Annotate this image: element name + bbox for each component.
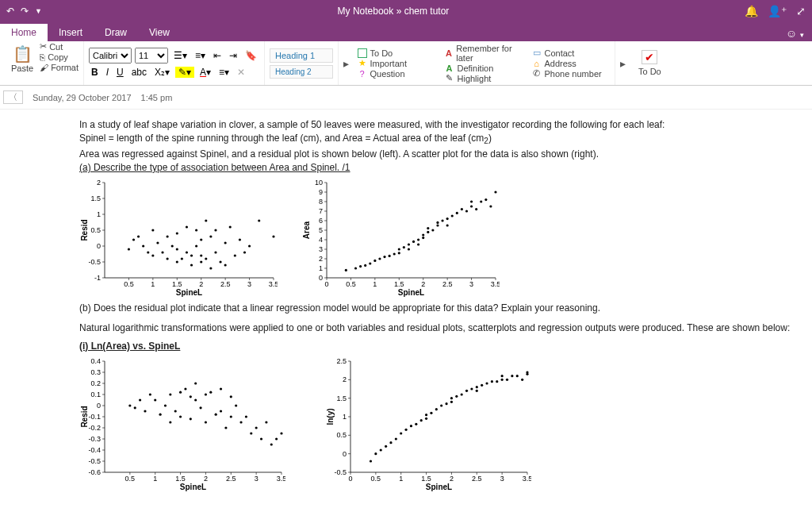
align-button[interactable]: ≡▾ [216,66,232,79]
svg-text:SpineL: SpineL [426,483,452,491]
italic-button[interactable]: I [104,66,111,79]
svg-point-284 [461,393,463,395]
svg-point-267 [385,445,387,448]
svg-point-201 [169,421,171,423]
svg-text:0: 0 [343,450,347,458]
page-content[interactable]: In a study of leaf shape variation in cl… [0,110,812,508]
clear-format-button[interactable]: ✕ [235,66,247,79]
title-bar: ↶ ↷ ▼ My Notebook » chem tutor 🔔 👤⁺ ⤢ [0,0,812,22]
svg-text:9: 9 [319,188,323,196]
svg-text:-0.4: -0.4 [88,446,101,454]
svg-point-56 [205,257,207,260]
share-icon[interactable]: 👤⁺ [768,5,787,17]
svg-text:2: 2 [343,375,347,383]
paste-icon[interactable]: 📋 [13,44,33,64]
svg-point-272 [410,425,412,427]
tag-phone[interactable]: ✆Phone number [532,69,611,79]
underline-button[interactable]: U [114,66,126,79]
svg-point-195 [144,410,146,412]
paste-button[interactable]: Paste [11,64,33,73]
page-time: 1:45 pm [141,93,173,102]
font-family-select[interactable]: Calibri [89,48,132,64]
svg-text:1: 1 [319,264,323,272]
cut-button[interactable]: ✂Cut [40,41,79,52]
strike-button[interactable]: abc [129,66,149,79]
svg-point-122 [393,252,396,255]
redo-icon[interactable]: ↷ [21,6,29,17]
svg-text:0.5: 0.5 [124,280,134,288]
numbering-button[interactable]: ≡▾ [193,49,208,62]
feedback-icon[interactable]: ☺ ▾ [778,25,812,41]
tag-todo[interactable]: To Do [358,48,437,58]
copy-button[interactable]: ⎘Copy [40,52,79,62]
svg-point-149 [485,198,487,201]
svg-point-202 [174,410,177,412]
tag-important[interactable]: ★Important [358,59,437,68]
svg-point-286 [470,387,473,390]
undo-icon[interactable]: ↶ [6,6,14,17]
outdent-button[interactable]: ⇤ [211,49,224,62]
svg-point-48 [190,254,193,256]
tag-question[interactable]: ?Question [358,69,437,79]
svg-point-127 [408,248,410,250]
svg-point-69 [258,219,260,221]
tag-highlight[interactable]: ✎Highlight [445,74,524,83]
tag-address[interactable]: ⌂Address [532,59,611,68]
svg-point-274 [420,419,423,421]
svg-point-276 [425,418,427,420]
svg-point-44 [176,260,178,263]
svg-text:-0.6: -0.6 [88,468,101,476]
tag-bookmark-button[interactable]: 🔖 [243,49,259,62]
highlight-button[interactable]: ✎▾ [175,67,194,78]
svg-text:0.5: 0.5 [90,226,101,234]
subscript-button[interactable]: X₂▾ [152,66,172,79]
svg-text:3: 3 [500,475,504,483]
qat-dropdown-icon[interactable]: ▼ [35,7,42,15]
tags-expand-button[interactable]: ▸ [615,41,630,85]
tab-home[interactable]: Home [0,24,48,41]
heading2-style[interactable]: Heading 2 [270,65,333,79]
todo-button[interactable]: To Do [638,67,661,76]
back-button[interactable]: 〈 [3,90,23,104]
tags-gallery: To Do ★Important ?Question ARemember for… [354,41,615,85]
svg-point-214 [215,413,217,415]
bell-icon[interactable]: 🔔 [745,5,758,17]
svg-point-223 [250,432,252,434]
svg-point-192 [128,404,131,406]
font-color-button[interactable]: A▾ [197,66,213,79]
svg-text:-0.2: -0.2 [88,424,101,432]
sub-heading: (i) Ln(Area) vs. SpineL [79,341,796,352]
tag-contact[interactable]: ▭Contact [532,48,611,58]
svg-text:0.4: 0.4 [90,357,101,365]
svg-text:Resid: Resid [80,406,89,427]
svg-point-139 [446,217,449,220]
tab-insert[interactable]: Insert [48,24,94,41]
svg-point-41 [171,244,174,247]
checkmark-icon[interactable]: ✔ [642,50,657,64]
indent-button[interactable]: ⇥ [227,49,239,62]
bold-button[interactable]: B [89,66,101,79]
svg-point-49 [190,264,193,266]
svg-point-266 [380,448,382,451]
styles-expand-button[interactable]: ▸ [339,41,354,85]
heading1-style[interactable]: Heading 1 [270,48,333,63]
svg-point-270 [400,432,402,434]
svg-point-113 [345,269,347,271]
svg-point-273 [415,423,417,425]
tag-definition[interactable]: ADefinition [445,64,524,73]
svg-point-300 [526,373,528,375]
svg-point-197 [154,398,156,401]
date-bar: 〈 Sunday, 29 October 2017 1:45 pm [0,86,812,110]
tag-remember[interactable]: ARemember for later [445,44,524,63]
tab-draw[interactable]: Draw [94,24,138,41]
bullets-button[interactable]: ☰▾ [171,49,190,62]
format-painter-button[interactable]: 🖌Format [40,63,79,72]
svg-point-294 [501,375,504,377]
fullscreen-icon[interactable]: ⤢ [796,5,806,17]
svg-text:2.5: 2.5 [442,280,453,288]
font-size-select[interactable]: 11 [135,48,168,64]
svg-point-120 [383,256,385,258]
tab-view[interactable]: View [138,24,181,41]
svg-point-229 [280,432,282,434]
svg-point-50 [195,229,197,231]
